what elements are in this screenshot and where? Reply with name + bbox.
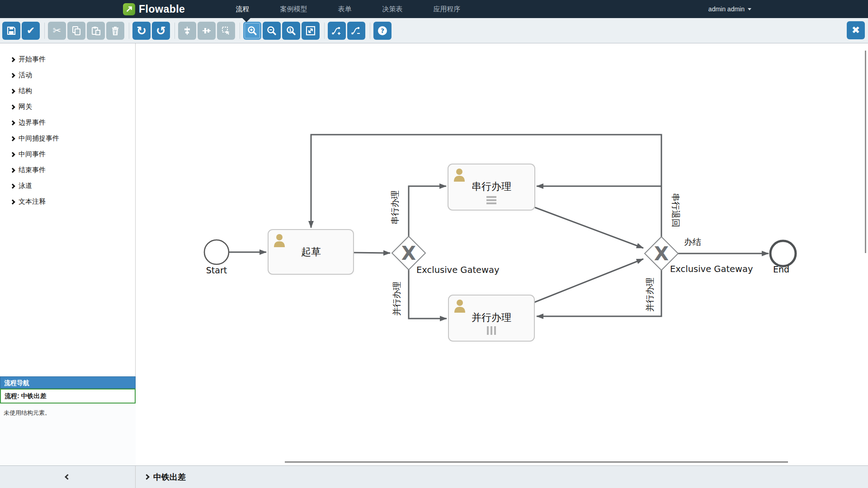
toolbar-separator (240, 23, 240, 39)
caret-down-icon (748, 8, 751, 10)
current-process-item[interactable]: 流程: 中铁出差 (0, 389, 136, 404)
editor-toolbar: ✔ ✂ ↻ ↺ (0, 18, 868, 43)
palette-group-gateways[interactable]: 网关 (0, 99, 135, 115)
palette-group-end-events[interactable]: 结束事件 (0, 162, 135, 178)
toolbar-separator (129, 23, 129, 39)
align-horizontal-button[interactable] (198, 22, 216, 40)
copy-icon (71, 26, 81, 36)
save-icon (6, 26, 16, 36)
tab-apps[interactable]: 应用程序 (433, 5, 460, 14)
chevron-right-icon (10, 57, 15, 62)
gateway-x-icon: X (654, 243, 669, 265)
task-serial[interactable]: 串行办理 (448, 164, 535, 210)
diagram-canvas[interactable]: Start 起草 X Exclusive Gateway 串行办理 (136, 43, 868, 465)
chevron-right-icon (10, 73, 15, 78)
chevron-right-icon (10, 120, 15, 125)
app-logo: Flowable (123, 3, 185, 15)
undo-button[interactable]: ↺ (152, 22, 170, 40)
flow-parallel-to-gateway2[interactable] (534, 259, 643, 302)
zoom-in-icon (247, 25, 258, 36)
palette-group-start-events[interactable]: 开始事件 (0, 52, 135, 67)
svg-text:?: ? (381, 27, 384, 34)
bendpoint-add-icon (331, 25, 342, 36)
chevron-right-icon (10, 168, 15, 173)
chevron-right-icon (10, 199, 15, 204)
flow-serial-to-gateway2[interactable] (535, 207, 643, 248)
tab-process[interactable]: 流程 (236, 5, 249, 14)
zoom-fit-button[interactable] (302, 22, 320, 40)
sidebar-collapse-button[interactable] (0, 465, 136, 488)
validate-button[interactable]: ✔ (22, 22, 40, 40)
app-title: Flowable (139, 3, 185, 15)
chevron-right-icon (144, 474, 150, 480)
close-icon: ✖ (852, 25, 860, 35)
task-draft[interactable]: 起草 (268, 230, 354, 274)
palette-group-activities[interactable]: 活动 (0, 67, 135, 83)
redo-button[interactable]: ↻ (132, 22, 151, 40)
palette-group-boundary-events[interactable]: 边界事件 (0, 115, 135, 131)
edge-label-to-serial: 串行办理 (390, 190, 400, 225)
chevron-left-icon (65, 474, 71, 480)
copy-button[interactable] (67, 22, 85, 40)
zoom-out-button[interactable] (263, 22, 281, 40)
scissors-icon: ✂ (53, 26, 61, 36)
align-vertical-button[interactable] (178, 22, 196, 40)
distribute-horizontal-icon (202, 26, 212, 36)
zoom-in-button[interactable] (243, 22, 261, 40)
close-editor-button[interactable]: ✖ (847, 21, 865, 39)
user-menu[interactable]: admin admin (708, 5, 751, 13)
exclusive-gateway-1[interactable]: X Exclusive Gateway (392, 236, 499, 275)
same-size-button[interactable] (217, 22, 235, 40)
parallel-multiinstance-marker (487, 326, 496, 335)
edge-label-to-parallel: 并行办理 (392, 282, 401, 316)
remove-bendpoint-button[interactable] (347, 22, 365, 40)
tab-forms[interactable]: 表单 (338, 5, 351, 14)
paste-icon (91, 26, 101, 36)
zoom-actual-button[interactable]: 1 (282, 22, 300, 40)
flow-gateway1-to-parallel[interactable] (409, 270, 447, 319)
checkmark-icon: ✔ (27, 26, 35, 36)
svg-text:1: 1 (289, 27, 292, 32)
redo-icon: ↻ (137, 25, 146, 37)
palette-group-swimlanes[interactable]: 泳道 (0, 178, 135, 194)
zoom-fit-icon (305, 25, 316, 36)
gateway2-label: Exclusive Gateway (670, 264, 753, 274)
edge-label-serial-return: 串行退回 (671, 193, 681, 227)
flow-draft-to-gateway1[interactable] (354, 253, 390, 253)
chevron-right-icon (10, 152, 15, 157)
palette-group-intermediate-catching-events[interactable]: 中间捕捉事件 (0, 131, 135, 146)
help-button[interactable]: ? (373, 22, 392, 40)
horizontal-scrollbar-thumb[interactable] (285, 461, 788, 463)
pointer-box-icon (221, 26, 231, 36)
start-event-label: Start (206, 265, 227, 275)
vertical-scrollbar-thumb[interactable] (865, 51, 866, 253)
main-tabs: 流程 案例模型 表单 决策表 应用程序 (236, 0, 460, 18)
tab-decision-tables[interactable]: 决策表 (382, 5, 402, 14)
cut-button[interactable]: ✂ (48, 22, 66, 40)
paste-button[interactable] (87, 22, 105, 40)
chevron-right-icon (10, 183, 15, 188)
chevron-right-icon (10, 89, 15, 94)
bendpoint-remove-icon (351, 25, 362, 36)
palette-group-intermediate-events[interactable]: 中间事件 (0, 146, 135, 162)
palette-group-text-annotation[interactable]: 文本注释 (0, 194, 135, 210)
edge-label-parallel-return: 并行办理 (645, 277, 655, 312)
tab-case-model[interactable]: 案例模型 (280, 5, 307, 14)
start-event[interactable]: Start (204, 240, 229, 275)
chevron-right-icon (10, 136, 15, 141)
zoom-out-icon (266, 25, 277, 36)
user-name: admin admin (708, 5, 745, 13)
delete-button[interactable] (106, 22, 124, 40)
add-bendpoint-button[interactable] (328, 22, 346, 40)
end-event[interactable]: End (770, 241, 796, 274)
process-navigator: 流程导航 流程: 中铁出差 未使用结构元素。 (0, 376, 136, 465)
task-parallel[interactable]: 并行办理 (448, 295, 534, 341)
toolbar-separator (324, 23, 325, 39)
breadcrumb-bar: 中铁出差 (136, 465, 868, 488)
process-navigator-header: 流程导航 (0, 376, 136, 389)
palette-group-structure[interactable]: 结构 (0, 83, 135, 99)
save-button[interactable] (2, 22, 20, 40)
process-title[interactable]: 中铁出差 (153, 472, 186, 483)
gateway1-label: Exclusive Gateway (416, 265, 499, 275)
flow-gateway1-to-serial[interactable] (409, 186, 446, 236)
